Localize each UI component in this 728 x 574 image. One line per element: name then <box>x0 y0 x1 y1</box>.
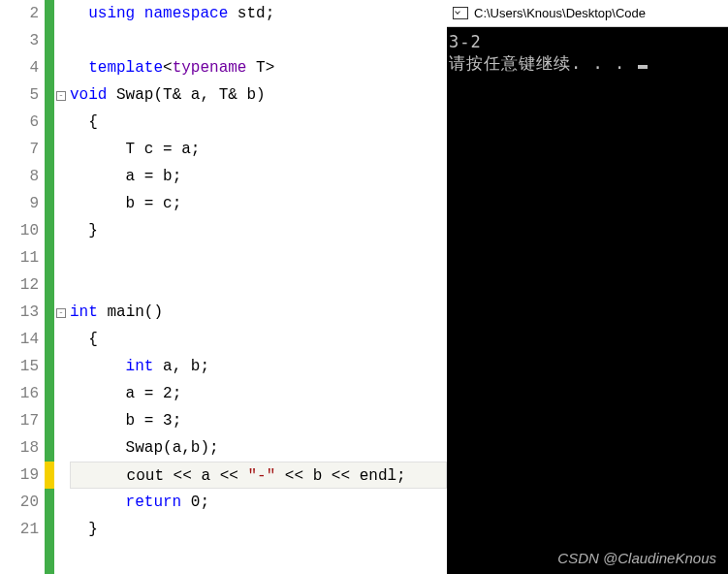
change-marker <box>45 27 54 54</box>
fold-cell <box>54 217 68 244</box>
line-number: 8 <box>0 163 39 190</box>
change-marker <box>45 81 54 109</box>
line-number: 2 <box>0 0 39 27</box>
code-line[interactable]: void Swap(T& a, T& b) <box>70 81 447 109</box>
line-number: 16 <box>0 380 39 407</box>
fold-cell <box>54 271 68 299</box>
change-marker <box>45 271 54 299</box>
line-number: 18 <box>0 434 39 462</box>
code-line[interactable] <box>70 244 447 271</box>
change-marker <box>45 136 54 163</box>
code-area[interactable]: using namespace std; template<typename T… <box>68 0 447 574</box>
change-marker <box>45 353 54 380</box>
change-marker <box>45 190 54 217</box>
fold-cell: - <box>54 299 68 326</box>
fold-toggle-icon[interactable]: - <box>56 91 66 101</box>
code-line[interactable] <box>70 27 447 54</box>
line-number: 4 <box>0 54 39 81</box>
line-number: 12 <box>0 271 39 299</box>
fold-cell <box>54 516 68 543</box>
code-line[interactable]: cout << a << "-" << b << endl; <box>70 462 447 489</box>
line-number: 21 <box>0 516 39 543</box>
change-marker-column <box>45 0 54 574</box>
code-line[interactable]: return 0; <box>70 489 447 516</box>
code-line[interactable]: b = c; <box>70 190 447 217</box>
change-marker <box>45 217 54 244</box>
console-output: 3-2 请按任意键继续. . . <box>447 27 728 78</box>
line-number: 10 <box>0 217 39 244</box>
change-marker <box>45 516 54 543</box>
fold-cell <box>54 136 68 163</box>
line-number: 15 <box>0 353 39 380</box>
fold-cell <box>54 190 68 217</box>
fold-cell <box>54 407 68 434</box>
console-titlebar[interactable]: C:\Users\Knous\Desktop\Code <box>447 0 728 27</box>
code-line[interactable]: int main() <box>70 299 447 326</box>
code-editor[interactable]: 23456789101112131415161718192021 -- usin… <box>0 0 447 574</box>
console-icon <box>453 7 468 19</box>
fold-cell <box>54 0 68 27</box>
code-line[interactable]: { <box>70 109 447 136</box>
code-line[interactable] <box>70 271 447 299</box>
code-line[interactable]: { <box>70 326 447 353</box>
change-marker <box>45 163 54 190</box>
fold-cell <box>54 434 68 462</box>
change-marker <box>45 462 54 489</box>
line-number-gutter: 23456789101112131415161718192021 <box>0 0 45 574</box>
line-number: 3 <box>0 27 39 54</box>
change-marker <box>45 489 54 516</box>
fold-cell <box>54 109 68 136</box>
fold-cell <box>54 54 68 81</box>
change-marker <box>45 0 54 27</box>
line-number: 9 <box>0 190 39 217</box>
console-window[interactable]: C:\Users\Knous\Desktop\Code 3-2 请按任意键继续.… <box>447 0 728 574</box>
code-line[interactable]: using namespace std; <box>70 0 447 27</box>
fold-cell: - <box>54 81 68 109</box>
change-marker <box>45 434 54 462</box>
code-line[interactable]: } <box>70 516 447 543</box>
fold-cell <box>54 27 68 54</box>
code-line[interactable]: b = 3; <box>70 407 447 434</box>
change-marker <box>45 407 54 434</box>
console-line-1: 3-2 <box>449 32 482 51</box>
code-line[interactable]: Swap(a,b); <box>70 434 447 462</box>
fold-cell <box>54 163 68 190</box>
fold-cell <box>54 353 68 380</box>
code-line[interactable]: template<typename T> <box>70 54 447 81</box>
change-marker <box>45 109 54 136</box>
code-line[interactable]: a = b; <box>70 163 447 190</box>
line-number: 14 <box>0 326 39 353</box>
code-line[interactable]: T c = a; <box>70 136 447 163</box>
line-number: 11 <box>0 244 39 271</box>
change-marker <box>45 244 54 271</box>
line-number: 19 <box>0 462 39 489</box>
line-number: 13 <box>0 299 39 326</box>
console-line-2: 请按任意键继续. . . <box>449 53 636 73</box>
watermark: CSDN @ClaudineKnous <box>557 550 716 566</box>
line-number: 20 <box>0 489 39 516</box>
fold-column[interactable]: -- <box>54 0 68 574</box>
console-title: C:\Users\Knous\Desktop\Code <box>474 6 646 20</box>
line-number: 17 <box>0 407 39 434</box>
fold-toggle-icon[interactable]: - <box>56 308 66 318</box>
line-number: 5 <box>0 81 39 109</box>
fold-cell <box>54 244 68 271</box>
code-line[interactable]: a = 2; <box>70 380 447 407</box>
fold-cell <box>54 326 68 353</box>
code-line[interactable]: int a, b; <box>70 353 447 380</box>
fold-cell <box>54 489 68 516</box>
code-line[interactable]: } <box>70 217 447 244</box>
line-number: 6 <box>0 109 39 136</box>
change-marker <box>45 54 54 81</box>
fold-cell <box>54 462 68 489</box>
change-marker <box>45 299 54 326</box>
console-cursor <box>638 65 648 69</box>
fold-cell <box>54 380 68 407</box>
line-number: 7 <box>0 136 39 163</box>
change-marker <box>45 326 54 353</box>
change-marker <box>45 380 54 407</box>
